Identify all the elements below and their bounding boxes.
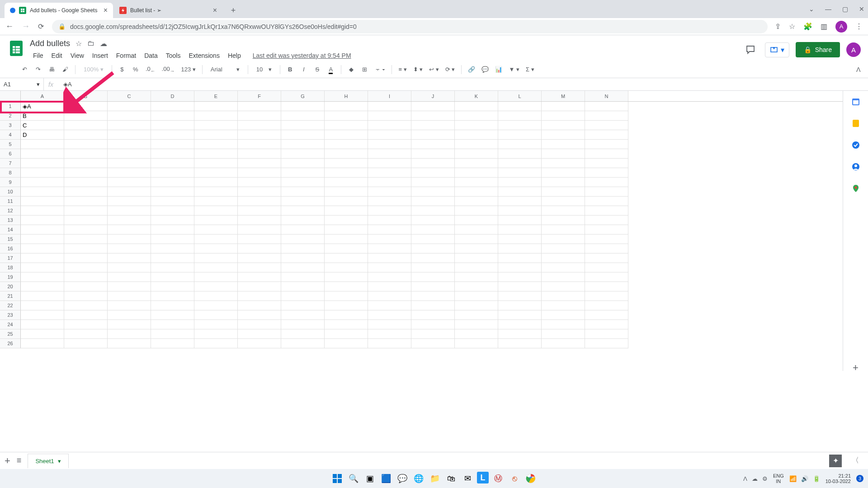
- cell[interactable]: [411, 168, 455, 178]
- cell[interactable]: [238, 111, 281, 121]
- browser-tab[interactable]: Bullet list - ➢ ×: [114, 3, 222, 18]
- cell[interactable]: [455, 310, 498, 320]
- cell[interactable]: [108, 206, 151, 216]
- cell[interactable]: [238, 216, 281, 225]
- cell[interactable]: [194, 159, 238, 168]
- cell[interactable]: [455, 301, 498, 310]
- cell[interactable]: [325, 272, 368, 282]
- cell[interactable]: [498, 291, 542, 301]
- cell[interactable]: [585, 140, 628, 149]
- cell[interactable]: [238, 263, 281, 272]
- cell[interactable]: [585, 291, 628, 301]
- collapse-toolbar-icon[interactable]: ᐱ: [856, 66, 861, 73]
- cell[interactable]: [151, 111, 194, 121]
- cell[interactable]: [368, 329, 411, 339]
- cell[interactable]: [368, 225, 411, 235]
- cell[interactable]: [108, 178, 151, 187]
- cell[interactable]: [585, 244, 628, 253]
- cell[interactable]: [368, 149, 411, 159]
- cell[interactable]: [585, 206, 628, 216]
- strike-button[interactable]: S: [312, 64, 323, 75]
- cell[interactable]: [498, 282, 542, 291]
- cell[interactable]: [542, 121, 585, 130]
- cell[interactable]: [498, 140, 542, 149]
- cell[interactable]: [542, 272, 585, 282]
- browser-tab-active[interactable]: Add bullets - Google Sheets ×: [5, 3, 113, 18]
- mail-icon[interactable]: ✉: [461, 472, 474, 485]
- cell[interactable]: D: [21, 130, 64, 140]
- cell[interactable]: [281, 244, 325, 253]
- cell[interactable]: [281, 197, 325, 206]
- cell[interactable]: [411, 329, 455, 339]
- cell[interactable]: [64, 206, 108, 216]
- cell[interactable]: [585, 282, 628, 291]
- column-header[interactable]: H: [325, 91, 368, 101]
- cell[interactable]: [21, 235, 64, 244]
- cell[interactable]: [325, 140, 368, 149]
- row-header[interactable]: 15: [0, 235, 21, 244]
- cell[interactable]: [64, 187, 108, 197]
- row-header[interactable]: 1: [0, 102, 21, 111]
- cell[interactable]: [585, 253, 628, 263]
- cell[interactable]: [498, 197, 542, 206]
- cell[interactable]: [21, 329, 64, 339]
- cell[interactable]: [368, 102, 411, 111]
- row-header[interactable]: 21: [0, 291, 21, 301]
- cell[interactable]: [455, 216, 498, 225]
- menu-edit[interactable]: Edit: [48, 50, 66, 61]
- menu-file[interactable]: File: [30, 50, 47, 61]
- fill-color-button[interactable]: ◆: [346, 64, 357, 75]
- cell[interactable]: [325, 253, 368, 263]
- cell[interactable]: [325, 282, 368, 291]
- cell[interactable]: [108, 310, 151, 320]
- cell[interactable]: [585, 329, 628, 339]
- cell[interactable]: [238, 225, 281, 235]
- cell[interactable]: [194, 339, 238, 348]
- cell[interactable]: [368, 282, 411, 291]
- italic-button[interactable]: I: [298, 64, 309, 75]
- cell[interactable]: [455, 282, 498, 291]
- cell[interactable]: [64, 216, 108, 225]
- row-header[interactable]: 5: [0, 140, 21, 149]
- cell[interactable]: [64, 178, 108, 187]
- cell[interactable]: [325, 329, 368, 339]
- cell[interactable]: [64, 111, 108, 121]
- functions-button[interactable]: Σ ▾: [524, 64, 536, 75]
- store-icon[interactable]: 🛍: [444, 472, 458, 485]
- cell[interactable]: [325, 121, 368, 130]
- menu-help[interactable]: Help: [225, 50, 244, 61]
- cell[interactable]: [325, 339, 368, 348]
- cell[interactable]: [238, 197, 281, 206]
- cell[interactable]: [585, 235, 628, 244]
- formula-content[interactable]: ◈A: [58, 81, 72, 88]
- cell[interactable]: [281, 339, 325, 348]
- cell[interactable]: [194, 206, 238, 216]
- cell[interactable]: [542, 111, 585, 121]
- cell[interactable]: [238, 130, 281, 140]
- cell[interactable]: [498, 149, 542, 159]
- zoom-select[interactable]: 100% ▾: [80, 66, 107, 73]
- cell[interactable]: [368, 310, 411, 320]
- cell[interactable]: [585, 263, 628, 272]
- cell[interactable]: [368, 178, 411, 187]
- cell[interactable]: [368, 216, 411, 225]
- notification-badge[interactable]: 3: [856, 475, 863, 482]
- cell[interactable]: [411, 130, 455, 140]
- cell[interactable]: [21, 282, 64, 291]
- edge-icon[interactable]: 🌐: [412, 472, 425, 485]
- cell[interactable]: [238, 291, 281, 301]
- row-header[interactable]: 13: [0, 216, 21, 225]
- cell[interactable]: [238, 253, 281, 263]
- calendar-icon[interactable]: [851, 97, 860, 106]
- cell[interactable]: [542, 102, 585, 111]
- cell[interactable]: [108, 263, 151, 272]
- cell[interactable]: [151, 244, 194, 253]
- move-folder-icon[interactable]: 🗀: [87, 39, 94, 48]
- cell[interactable]: [498, 225, 542, 235]
- comment-button[interactable]: 💬: [480, 64, 491, 75]
- cell[interactable]: [281, 130, 325, 140]
- row-header[interactable]: 18: [0, 263, 21, 272]
- print-button[interactable]: 🖶: [46, 64, 57, 75]
- menu-tools[interactable]: Tools: [163, 50, 184, 61]
- chat-icon[interactable]: 💬: [396, 472, 409, 485]
